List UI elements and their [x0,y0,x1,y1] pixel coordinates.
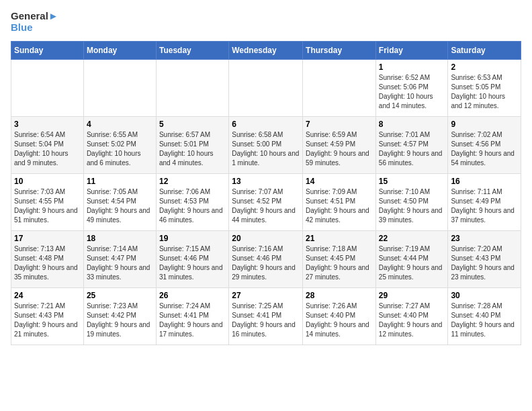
calendar-cell [156,60,228,117]
calendar-cell: 14Sunrise: 7:09 AM Sunset: 4:51 PM Dayli… [303,174,376,231]
day-info: Sunrise: 7:10 AM Sunset: 4:50 PM Dayligh… [379,187,445,225]
day-info: Sunrise: 7:18 AM Sunset: 4:45 PM Dayligh… [306,244,373,282]
day-number: 28 [306,291,373,300]
day-info: Sunrise: 6:55 AM Sunset: 5:02 PM Dayligh… [87,130,153,168]
day-info: Sunrise: 7:02 AM Sunset: 4:56 PM Dayligh… [451,130,518,168]
day-number: 2 [451,62,518,72]
day-number: 30 [451,291,518,300]
day-number: 8 [379,120,445,129]
day-info: Sunrise: 6:57 AM Sunset: 5:01 PM Dayligh… [159,130,226,168]
day-number: 22 [379,234,445,243]
day-info: Sunrise: 7:20 AM Sunset: 4:43 PM Dayligh… [451,244,518,282]
calendar-cell: 25Sunrise: 7:23 AM Sunset: 4:42 PM Dayli… [83,288,156,345]
calendar-cell: 1Sunrise: 6:52 AM Sunset: 5:06 PM Daylig… [375,60,448,117]
calendar-cell [83,60,156,117]
day-info: Sunrise: 7:16 AM Sunset: 4:46 PM Dayligh… [232,244,300,282]
day-info: Sunrise: 6:53 AM Sunset: 5:05 PM Dayligh… [451,73,518,111]
calendar-cell: 27Sunrise: 7:25 AM Sunset: 4:41 PM Dayli… [229,288,303,345]
day-number: 11 [87,177,153,186]
calendar-cell: 9Sunrise: 7:02 AM Sunset: 4:56 PM Daylig… [448,117,521,174]
calendar-cell: 19Sunrise: 7:15 AM Sunset: 4:46 PM Dayli… [156,231,228,288]
calendar-cell: 5Sunrise: 6:57 AM Sunset: 5:01 PM Daylig… [156,117,228,174]
day-number: 4 [87,120,153,129]
calendar-cell: 28Sunrise: 7:26 AM Sunset: 4:40 PM Dayli… [303,288,376,345]
day-info: Sunrise: 7:24 AM Sunset: 4:41 PM Dayligh… [159,302,226,339]
calendar-cell: 22Sunrise: 7:19 AM Sunset: 4:44 PM Dayli… [375,231,448,288]
calendar-cell: 10Sunrise: 7:03 AM Sunset: 4:55 PM Dayli… [11,174,84,231]
calendar-cell: 12Sunrise: 7:06 AM Sunset: 4:53 PM Dayli… [156,174,228,231]
calendar-cell: 11Sunrise: 7:05 AM Sunset: 4:54 PM Dayli… [83,174,156,231]
day-number: 20 [232,234,300,243]
calendar-cell: 24Sunrise: 7:21 AM Sunset: 4:43 PM Dayli… [11,288,84,345]
page-header: General► Blue [11,11,521,33]
calendar-cell: 8Sunrise: 7:01 AM Sunset: 4:57 PM Daylig… [375,117,448,174]
day-info: Sunrise: 7:21 AM Sunset: 4:43 PM Dayligh… [14,302,81,339]
day-number: 23 [451,234,518,243]
day-number: 19 [159,234,226,243]
day-number: 10 [14,177,81,186]
calendar-cell: 23Sunrise: 7:20 AM Sunset: 4:43 PM Dayli… [448,231,521,288]
day-info: Sunrise: 6:59 AM Sunset: 4:59 PM Dayligh… [306,130,373,168]
day-info: Sunrise: 7:28 AM Sunset: 4:40 PM Dayligh… [451,302,518,339]
day-number: 17 [14,234,81,243]
day-number: 5 [159,120,226,129]
day-info: Sunrise: 7:15 AM Sunset: 4:46 PM Dayligh… [159,244,226,282]
day-number: 25 [87,291,153,300]
calendar-cell [303,60,376,117]
day-info: Sunrise: 7:26 AM Sunset: 4:40 PM Dayligh… [306,302,373,339]
calendar-cell [229,60,303,117]
calendar-cell: 15Sunrise: 7:10 AM Sunset: 4:50 PM Dayli… [375,174,448,231]
day-info: Sunrise: 6:54 AM Sunset: 5:04 PM Dayligh… [14,130,81,168]
col-header-sunday: Sunday [11,42,84,60]
calendar-cell: 16Sunrise: 7:11 AM Sunset: 4:49 PM Dayli… [448,174,521,231]
calendar-cell: 30Sunrise: 7:28 AM Sunset: 4:40 PM Dayli… [448,288,521,345]
calendar-table: SundayMondayTuesdayWednesdayThursdayFrid… [11,41,521,345]
day-number: 15 [379,177,445,186]
week-row-2: 3Sunrise: 6:54 AM Sunset: 5:04 PM Daylig… [11,117,521,174]
logo-graphic: General► Blue [11,11,58,33]
day-number: 1 [379,62,445,72]
col-header-tuesday: Tuesday [156,42,228,60]
calendar-cell: 29Sunrise: 7:27 AM Sunset: 4:40 PM Dayli… [375,288,448,345]
logo: General► Blue [11,11,58,33]
day-info: Sunrise: 7:05 AM Sunset: 4:54 PM Dayligh… [87,187,153,225]
calendar-cell [11,60,84,117]
calendar-cell: 20Sunrise: 7:16 AM Sunset: 4:46 PM Dayli… [229,231,303,288]
week-row-4: 17Sunrise: 7:13 AM Sunset: 4:48 PM Dayli… [11,231,521,288]
calendar-header-row: SundayMondayTuesdayWednesdayThursdayFrid… [11,42,521,60]
day-info: Sunrise: 7:03 AM Sunset: 4:55 PM Dayligh… [14,187,81,225]
day-number: 21 [306,234,373,243]
day-number: 14 [306,177,373,186]
day-info: Sunrise: 6:52 AM Sunset: 5:06 PM Dayligh… [379,73,445,111]
calendar-cell: 6Sunrise: 6:58 AM Sunset: 5:00 PM Daylig… [229,117,303,174]
day-info: Sunrise: 7:07 AM Sunset: 4:52 PM Dayligh… [232,187,300,225]
calendar-cell: 17Sunrise: 7:13 AM Sunset: 4:48 PM Dayli… [11,231,84,288]
week-row-3: 10Sunrise: 7:03 AM Sunset: 4:55 PM Dayli… [11,174,521,231]
day-number: 7 [306,120,373,129]
day-number: 6 [232,120,300,129]
day-info: Sunrise: 7:27 AM Sunset: 4:40 PM Dayligh… [379,302,445,339]
calendar-cell: 18Sunrise: 7:14 AM Sunset: 4:47 PM Dayli… [83,231,156,288]
calendar-cell: 21Sunrise: 7:18 AM Sunset: 4:45 PM Dayli… [303,231,376,288]
day-info: Sunrise: 6:58 AM Sunset: 5:00 PM Dayligh… [232,130,300,168]
col-header-friday: Friday [375,42,448,60]
week-row-5: 24Sunrise: 7:21 AM Sunset: 4:43 PM Dayli… [11,288,521,345]
calendar-cell: 3Sunrise: 6:54 AM Sunset: 5:04 PM Daylig… [11,117,84,174]
day-number: 9 [451,120,518,129]
day-info: Sunrise: 7:09 AM Sunset: 4:51 PM Dayligh… [306,187,373,225]
day-number: 26 [159,291,226,300]
day-info: Sunrise: 7:06 AM Sunset: 4:53 PM Dayligh… [159,187,226,225]
day-number: 27 [232,291,300,300]
day-info: Sunrise: 7:23 AM Sunset: 4:42 PM Dayligh… [87,302,153,339]
calendar-cell: 7Sunrise: 6:59 AM Sunset: 4:59 PM Daylig… [303,117,376,174]
day-number: 12 [159,177,226,186]
day-number: 29 [379,291,445,300]
day-number: 3 [14,120,81,129]
calendar-cell: 4Sunrise: 6:55 AM Sunset: 5:02 PM Daylig… [83,117,156,174]
day-number: 18 [87,234,153,243]
col-header-thursday: Thursday [303,42,376,60]
day-info: Sunrise: 7:01 AM Sunset: 4:57 PM Dayligh… [379,130,445,168]
day-info: Sunrise: 7:11 AM Sunset: 4:49 PM Dayligh… [451,187,518,225]
col-header-wednesday: Wednesday [229,42,303,60]
day-number: 13 [232,177,300,186]
